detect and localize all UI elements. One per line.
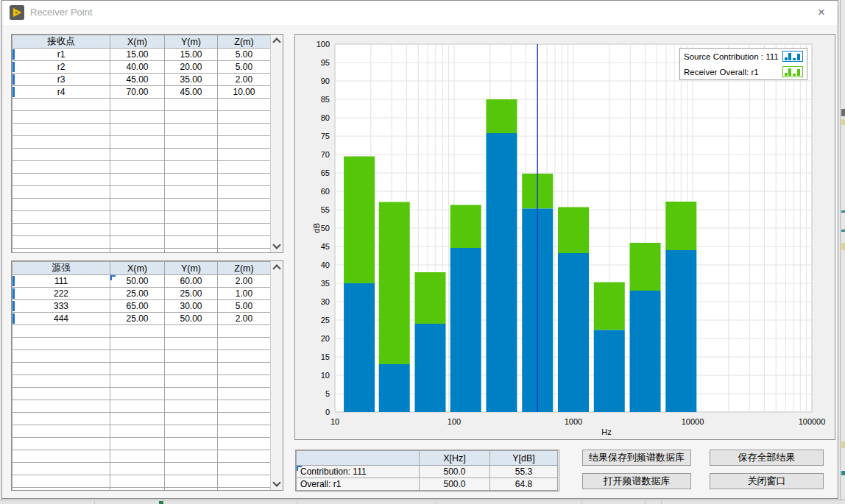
empty-table-cell[interactable] (110, 124, 165, 136)
overall-bar-segment[interactable] (450, 205, 481, 249)
empty-table-cell[interactable] (110, 438, 165, 450)
empty-table-cell[interactable] (13, 400, 110, 413)
table-cell[interactable]: 40.00 (110, 61, 165, 74)
empty-table-cell[interactable] (165, 425, 218, 438)
table-cell[interactable]: 1.00 (218, 288, 271, 300)
table-cell[interactable]: 25.00 (110, 288, 165, 300)
table-cell[interactable]: 5.00 (218, 49, 271, 61)
empty-table-cell[interactable] (110, 174, 165, 186)
empty-table-cell[interactable] (165, 124, 218, 136)
empty-table-cell[interactable] (165, 174, 218, 186)
empty-table-cell[interactable] (165, 400, 218, 413)
empty-table-cell[interactable] (13, 363, 110, 375)
empty-table-cell[interactable] (218, 99, 271, 111)
table-cell[interactable]: 35.00 (165, 74, 218, 86)
table-cell[interactable]: 5.00 (218, 300, 271, 313)
empty-table-cell[interactable] (13, 463, 110, 475)
contribution-bar-segment[interactable] (594, 330, 625, 413)
empty-table-cell[interactable] (13, 488, 110, 491)
empty-table-cell[interactable] (110, 186, 165, 199)
table-cell[interactable]: 64.8 (490, 478, 558, 491)
empty-table-cell[interactable] (13, 450, 110, 463)
empty-table-cell[interactable] (218, 438, 271, 450)
empty-table-cell[interactable] (110, 99, 165, 111)
empty-table-cell[interactable] (218, 249, 271, 254)
empty-table-cell[interactable] (218, 124, 271, 136)
empty-table-cell[interactable] (165, 111, 218, 124)
empty-table-cell[interactable] (165, 363, 218, 375)
table-cell[interactable]: r1 (13, 49, 110, 61)
table-cell[interactable]: 2.00 (218, 313, 271, 325)
empty-table-cell[interactable] (13, 99, 110, 111)
empty-table-cell[interactable] (110, 463, 165, 475)
table-cell[interactable]: 222 (13, 288, 110, 300)
empty-table-cell[interactable] (13, 174, 110, 186)
save-to-spectrum-db-button[interactable]: 结果保存到频谱数据库 (582, 450, 691, 466)
contribution-bar-segment[interactable] (558, 253, 589, 412)
empty-table-cell[interactable] (165, 224, 218, 236)
empty-table-cell[interactable] (110, 111, 165, 124)
empty-table-cell[interactable] (165, 136, 218, 149)
source-table-scrollbar[interactable] (270, 261, 283, 490)
overall-bar-segment[interactable] (486, 99, 517, 133)
overall-bar-segment[interactable] (379, 202, 410, 365)
table-cell[interactable]: 45.00 (110, 74, 165, 86)
table-cell[interactable]: 15.00 (165, 49, 218, 61)
empty-table-cell[interactable] (165, 463, 218, 475)
title-bar[interactable]: Receiver Point × (2, 1, 838, 25)
empty-table-cell[interactable] (165, 186, 218, 199)
table-cell[interactable]: 500.0 (420, 478, 490, 491)
table-cell[interactable]: 20.00 (165, 61, 218, 74)
receiver-table-scrollbar[interactable] (270, 35, 283, 252)
empty-table-cell[interactable] (13, 475, 110, 488)
empty-table-cell[interactable] (165, 249, 218, 254)
empty-table-cell[interactable] (13, 388, 110, 400)
scroll-up-icon[interactable] (272, 264, 280, 272)
empty-table-cell[interactable] (218, 488, 271, 491)
empty-table-cell[interactable] (218, 450, 271, 463)
empty-table-cell[interactable] (110, 363, 165, 375)
table-cell[interactable]: 333 (13, 300, 110, 313)
table-cell[interactable]: 2.00 (218, 74, 271, 86)
empty-table-cell[interactable] (110, 475, 165, 488)
table-cell[interactable]: 500.0 (420, 466, 490, 478)
empty-table-cell[interactable] (218, 400, 271, 413)
empty-table-cell[interactable] (110, 350, 165, 363)
empty-table-cell[interactable] (218, 211, 271, 224)
table-cell[interactable]: r3 (13, 74, 110, 86)
scroll-down-icon[interactable] (272, 478, 280, 486)
table-cell[interactable]: 70.00 (110, 86, 165, 99)
empty-table-cell[interactable] (218, 186, 271, 199)
empty-table-cell[interactable] (13, 186, 110, 199)
empty-table-cell[interactable] (110, 425, 165, 438)
empty-table-cell[interactable] (13, 224, 110, 236)
empty-table-cell[interactable] (13, 124, 110, 136)
empty-table-cell[interactable] (218, 199, 271, 211)
empty-table-cell[interactable] (13, 111, 110, 124)
contribution-bar-segment[interactable] (630, 291, 661, 412)
empty-table-cell[interactable] (110, 413, 165, 425)
empty-table-cell[interactable] (218, 325, 271, 338)
table-cell[interactable]: 111 (13, 275, 110, 288)
empty-table-cell[interactable] (13, 325, 110, 338)
empty-table-cell[interactable] (13, 413, 110, 425)
empty-table-cell[interactable] (218, 136, 271, 149)
empty-table-cell[interactable] (218, 174, 271, 186)
empty-table-cell[interactable] (110, 136, 165, 149)
empty-table-cell[interactable] (165, 338, 218, 350)
empty-table-cell[interactable] (13, 161, 110, 174)
empty-table-cell[interactable] (165, 388, 218, 400)
empty-table-cell[interactable] (218, 375, 271, 388)
empty-table-cell[interactable] (165, 149, 218, 161)
empty-table-cell[interactable] (110, 199, 165, 211)
table-cell[interactable]: 60.00 (165, 275, 218, 288)
table-cell[interactable]: r4 (13, 86, 110, 99)
table-cell[interactable]: 5.00 (218, 61, 271, 74)
empty-table-cell[interactable] (218, 111, 271, 124)
empty-table-cell[interactable] (165, 438, 218, 450)
table-cell[interactable]: 55.3 (490, 466, 558, 478)
empty-table-cell[interactable] (165, 488, 218, 491)
empty-table-cell[interactable] (110, 488, 165, 491)
empty-table-cell[interactable] (165, 161, 218, 174)
empty-table-cell[interactable] (218, 425, 271, 438)
